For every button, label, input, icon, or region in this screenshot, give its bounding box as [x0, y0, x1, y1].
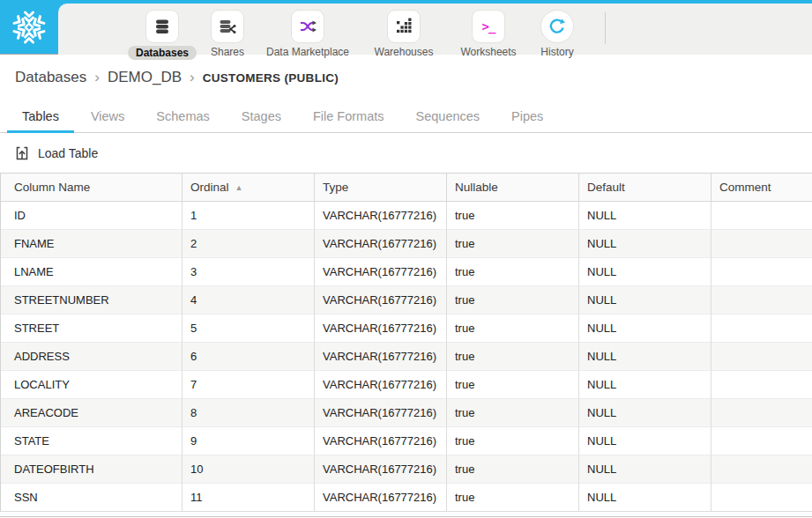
- warehouses-tile: [387, 10, 421, 43]
- tab[interactable]: File Formats: [298, 100, 399, 132]
- cell-default: NULL: [579, 455, 711, 484]
- nav-item-data-marketplace[interactable]: Data Marketplace: [256, 4, 360, 58]
- cell-nullable: true: [447, 286, 579, 314]
- table-row[interactable]: FNAME 2 VARCHAR(16777216) true NULL: [1, 230, 812, 258]
- data-marketplace-tile: [291, 10, 324, 43]
- cell-type: VARCHAR(16777216): [315, 202, 447, 230]
- tab[interactable]: Sequences: [401, 100, 495, 132]
- cell-column-name: ID: [1, 202, 183, 230]
- cell-column-name: STREET: [1, 314, 183, 343]
- cell-type: VARCHAR(16777216): [315, 286, 447, 314]
- table-row[interactable]: ID 1 VARCHAR(16777216) true NULL: [1, 202, 812, 230]
- cell-ordinal: 11: [183, 484, 315, 512]
- app-header: Databases Shares: [0, 0, 812, 55]
- tab[interactable]: Schemas: [141, 100, 224, 132]
- table-row[interactable]: STATE 9 VARCHAR(16777216) true NULL: [1, 427, 812, 455]
- table-row[interactable]: STREETNUMBER 4 VARCHAR(16777216) true NU…: [1, 286, 812, 314]
- table-row[interactable]: SSN 11 VARCHAR(16777216) true NULL: [1, 484, 812, 512]
- nav-item-shares[interactable]: Shares: [199, 4, 256, 58]
- column-header-default[interactable]: Default: [579, 174, 711, 201]
- cell-ordinal: 1: [183, 202, 315, 230]
- cell-nullable: true: [447, 484, 579, 512]
- cell-default: NULL: [579, 427, 711, 455]
- cell-default: NULL: [579, 399, 711, 427]
- data-marketplace-icon: [298, 17, 317, 36]
- nav-label-warehouses: Warehouses: [375, 46, 434, 58]
- history-tile: [540, 10, 574, 43]
- warehouses-icon: [394, 17, 413, 36]
- cell-ordinal: 2: [183, 230, 315, 258]
- nav-item-history[interactable]: History: [529, 4, 585, 58]
- cell-comment: [711, 343, 812, 371]
- cell-comment: [711, 455, 812, 484]
- databases-icon: [153, 17, 172, 36]
- cell-default: NULL: [579, 230, 711, 258]
- nav-label-data-marketplace: Data Marketplace: [266, 46, 349, 58]
- cell-default: NULL: [579, 314, 711, 343]
- cell-default: NULL: [579, 258, 711, 286]
- table-row[interactable]: LNAME 3 VARCHAR(16777216) true NULL: [1, 258, 812, 286]
- load-table-button[interactable]: Load Table: [13, 144, 98, 162]
- cell-type: VARCHAR(16777216): [315, 427, 447, 455]
- cell-default: NULL: [579, 286, 711, 314]
- cell-type: VARCHAR(16777216): [315, 399, 447, 427]
- column-header-comment[interactable]: Comment: [711, 174, 812, 201]
- cell-ordinal: 6: [183, 343, 315, 371]
- table-row[interactable]: DATEOFBIRTH 10 VARCHAR(16777216) true NU…: [1, 455, 812, 484]
- table-header-row: Column Name Ordinal▲ Type Nullable Defau…: [1, 174, 812, 202]
- table-toolbar: Load Table: [0, 133, 812, 173]
- breadcrumb: Databases › DEMO_DB › CUSTOMERS (PUBLIC): [0, 55, 812, 100]
- cell-column-name: DATEOFBIRTH: [1, 455, 183, 484]
- tab[interactable]: Stages: [227, 100, 296, 132]
- column-header-type[interactable]: Type: [315, 174, 447, 201]
- column-header-nullable[interactable]: Nullable: [447, 174, 579, 201]
- tab[interactable]: Views: [76, 100, 139, 132]
- column-header-name[interactable]: Column Name: [1, 174, 183, 201]
- nav-item-warehouses[interactable]: Warehouses: [360, 4, 448, 58]
- cell-type: VARCHAR(16777216): [315, 343, 447, 371]
- shares-icon: [218, 17, 237, 36]
- cell-default: NULL: [579, 371, 711, 399]
- nav-item-databases[interactable]: Databases: [125, 4, 199, 60]
- cell-type: VARCHAR(16777216): [315, 230, 447, 258]
- tab[interactable]: Tables: [7, 100, 74, 132]
- breadcrumb-separator-icon: ›: [190, 69, 195, 86]
- nav-item-partner-connect[interactable]: Partner Connect: [803, 10, 812, 58]
- worksheets-icon: >_: [482, 19, 495, 33]
- breadcrumb-separator-icon: ›: [94, 69, 100, 86]
- cell-column-name: STATE: [1, 427, 183, 455]
- cell-ordinal: 5: [183, 314, 315, 343]
- cell-ordinal: 10: [183, 455, 315, 484]
- cell-comment: [711, 484, 812, 512]
- table-body: ID 1 VARCHAR(16777216) true NULL FNAME 2…: [1, 202, 812, 512]
- table-row[interactable]: STREET 5 VARCHAR(16777216) true NULL: [1, 314, 812, 343]
- column-header-ordinal[interactable]: Ordinal▲: [183, 174, 315, 201]
- table-row[interactable]: ADDRESS 6 VARCHAR(16777216) true NULL: [1, 343, 812, 371]
- cell-ordinal: 3: [183, 258, 315, 286]
- tab[interactable]: Pipes: [496, 100, 558, 132]
- cell-ordinal: 9: [183, 427, 315, 455]
- cell-nullable: true: [447, 230, 579, 258]
- cell-comment: [711, 314, 812, 343]
- nav-item-worksheets[interactable]: >_ Worksheets: [448, 4, 529, 58]
- breadcrumb-current-table: CUSTOMERS (PUBLIC): [203, 71, 339, 85]
- snowflake-logo[interactable]: [0, 0, 58, 55]
- cell-nullable: true: [447, 427, 579, 455]
- cell-comment: [711, 230, 812, 258]
- cell-type: VARCHAR(16777216): [315, 314, 447, 343]
- load-table-label: Load Table: [38, 146, 98, 160]
- cell-column-name: ADDRESS: [1, 343, 183, 371]
- breadcrumb-databases[interactable]: Databases: [15, 69, 86, 86]
- nav-divider: [605, 12, 606, 44]
- cell-comment: [711, 202, 812, 230]
- worksheets-tile: >_: [472, 10, 505, 43]
- cell-nullable: true: [447, 314, 579, 343]
- cell-nullable: true: [447, 455, 579, 484]
- cell-type: VARCHAR(16777216): [315, 258, 447, 286]
- column-header-ordinal-label: Ordinal: [190, 181, 229, 194]
- table-row[interactable]: AREACODE 8 VARCHAR(16777216) true NULL: [1, 399, 812, 427]
- load-table-icon: [13, 144, 31, 162]
- breadcrumb-demo-db[interactable]: DEMO_DB: [108, 69, 182, 86]
- table-row[interactable]: LOCALITY 7 VARCHAR(16777216) true NULL: [1, 371, 812, 399]
- cell-ordinal: 8: [183, 399, 315, 427]
